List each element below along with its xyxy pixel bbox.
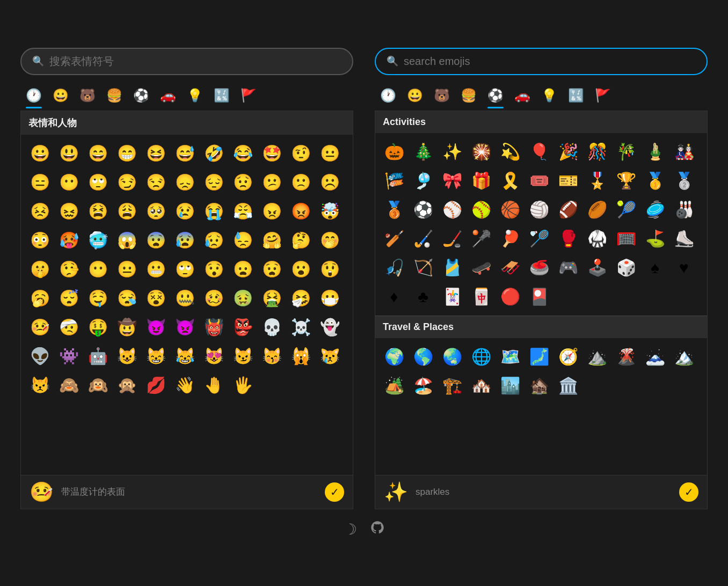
- emoji-cell[interactable]: 🤩: [257, 139, 286, 168]
- emoji-cell[interactable]: 😱: [112, 226, 141, 255]
- emoji-cell[interactable]: 😥: [199, 226, 228, 255]
- emoji-cell[interactable]: 🗾: [525, 342, 554, 371]
- emoji-cell[interactable]: 😮: [286, 255, 315, 284]
- emoji-cell[interactable]: 🥊: [554, 224, 583, 253]
- emoji-cell[interactable]: ⛳: [640, 224, 669, 253]
- emoji-cell[interactable]: 🏏: [380, 224, 409, 253]
- emoji-cell[interactable]: 🎣: [380, 253, 409, 282]
- emoji-cell[interactable]: 🥏: [640, 195, 669, 224]
- emoji-cell[interactable]: 😟: [228, 168, 257, 197]
- emoji-cell[interactable]: 😪: [112, 284, 141, 313]
- emoji-cell[interactable]: 🎄: [409, 137, 438, 166]
- emoji-cell[interactable]: 💫: [496, 137, 525, 166]
- emoji-cell[interactable]: 😐: [112, 255, 141, 284]
- emoji-cell[interactable]: 🤑: [83, 313, 112, 342]
- emoji-cell[interactable]: 😁: [112, 139, 141, 168]
- right-search-bar[interactable]: 🔍: [375, 48, 708, 75]
- left-cat-animals[interactable]: 🐻: [76, 86, 99, 105]
- emoji-cell[interactable]: 🌍: [380, 342, 409, 371]
- emoji-cell[interactable]: 😽: [257, 342, 286, 371]
- emoji-cell[interactable]: 🥌: [525, 253, 554, 282]
- left-search-input[interactable]: [49, 55, 341, 68]
- emoji-cell[interactable]: 👋: [170, 371, 199, 400]
- emoji-cell[interactable]: 🎀: [438, 166, 467, 195]
- emoji-cell[interactable]: ☹️: [315, 168, 344, 197]
- emoji-cell[interactable]: 🏒: [438, 224, 467, 253]
- emoji-cell[interactable]: 🎏: [380, 166, 409, 195]
- emoji-cell[interactable]: 🏔️: [669, 342, 698, 371]
- left-cat-symbols[interactable]: 🔣: [210, 86, 233, 105]
- emoji-cell[interactable]: 🏖️: [409, 371, 438, 400]
- emoji-cell[interactable]: 😴: [54, 284, 83, 313]
- emoji-cell[interactable]: 😀: [25, 139, 54, 168]
- emoji-cell[interactable]: ⚽: [409, 195, 438, 224]
- emoji-cell[interactable]: 🎁: [467, 166, 496, 195]
- emoji-cell[interactable]: 😾: [25, 371, 54, 400]
- emoji-cell[interactable]: 😠: [257, 197, 286, 226]
- emoji-cell[interactable]: ✨: [438, 137, 467, 166]
- right-search-input[interactable]: [404, 55, 696, 68]
- left-emoji-panel[interactable]: 表情和人物 😀 😃 😄 😁 😆 😅 🤣 😂 🤩 🤨 😐 😑 😶 🙄 😏: [20, 111, 353, 475]
- emoji-cell[interactable]: 🏈: [554, 195, 583, 224]
- emoji-cell[interactable]: 😰: [170, 226, 199, 255]
- emoji-cell[interactable]: 🤐: [170, 284, 199, 313]
- emoji-cell[interactable]: 😒: [141, 168, 170, 197]
- right-cat-flags[interactable]: 🚩: [592, 86, 614, 105]
- emoji-cell[interactable]: 🤧: [286, 284, 315, 313]
- emoji-cell[interactable]: ♠️: [640, 253, 669, 282]
- emoji-cell[interactable]: 🎎: [669, 137, 698, 166]
- emoji-cell[interactable]: 🎋: [611, 137, 640, 166]
- emoji-cell[interactable]: 😏: [112, 168, 141, 197]
- emoji-cell[interactable]: 🛹: [467, 253, 496, 282]
- emoji-cell[interactable]: 🎴: [525, 282, 554, 311]
- emoji-cell[interactable]: 😻: [199, 342, 228, 371]
- emoji-cell[interactable]: 🃏: [438, 282, 467, 311]
- emoji-cell[interactable]: 🀄: [467, 282, 496, 311]
- emoji-cell[interactable]: ♥️: [669, 253, 698, 282]
- right-cat-travel[interactable]: 🚗: [511, 86, 534, 105]
- emoji-cell[interactable]: 🎾: [611, 195, 640, 224]
- emoji-cell[interactable]: 😦: [228, 255, 257, 284]
- emoji-cell[interactable]: 🔴: [496, 282, 525, 311]
- emoji-cell[interactable]: 👺: [228, 313, 257, 342]
- emoji-cell[interactable]: 😬: [141, 255, 170, 284]
- emoji-cell[interactable]: 🙊: [112, 371, 141, 400]
- right-cat-objects[interactable]: 💡: [538, 86, 560, 105]
- emoji-cell[interactable]: 🌎: [409, 342, 438, 371]
- emoji-cell[interactable]: 😷: [315, 284, 344, 313]
- emoji-cell[interactable]: 🥵: [54, 226, 83, 255]
- emoji-cell[interactable]: 🎫: [554, 166, 583, 195]
- emoji-cell[interactable]: 😺: [112, 342, 141, 371]
- emoji-cell[interactable]: 🎉: [554, 137, 583, 166]
- emoji-cell[interactable]: 🙄: [170, 255, 199, 284]
- right-cat-activities[interactable]: ⚽: [484, 86, 507, 105]
- emoji-cell[interactable]: 🎲: [611, 253, 640, 282]
- emoji-cell[interactable]: 😅: [170, 139, 199, 168]
- right-cat-people[interactable]: 😀: [404, 86, 426, 105]
- emoji-cell[interactable]: 🌏: [438, 342, 467, 371]
- emoji-cell[interactable]: 🏑: [409, 224, 438, 253]
- emoji-cell[interactable]: 😨: [141, 226, 170, 255]
- emoji-cell[interactable]: 😶: [83, 255, 112, 284]
- emoji-cell[interactable]: 😫: [83, 197, 112, 226]
- left-cat-activities[interactable]: ⚽: [130, 86, 152, 105]
- emoji-cell[interactable]: 😳: [25, 226, 54, 255]
- emoji-cell[interactable]: 🎗️: [496, 166, 525, 195]
- emoji-cell[interactable]: 🤨: [286, 139, 315, 168]
- right-emoji-panel[interactable]: Activities 🎃 🎄 ✨ 🎇 💫 🎈 🎉 🎊 🎋 🎍 🎎 🎏 🎐 🎀 🎁…: [375, 111, 708, 475]
- emoji-cell[interactable]: 🥍: [467, 224, 496, 253]
- emoji-cell[interactable]: 🥉: [380, 195, 409, 224]
- emoji-cell[interactable]: 😂: [228, 139, 257, 168]
- emoji-cell[interactable]: 🎽: [438, 253, 467, 282]
- emoji-cell[interactable]: 👿: [170, 313, 199, 342]
- emoji-cell[interactable]: 🎈: [525, 137, 554, 166]
- emoji-cell[interactable]: 🕹️: [583, 253, 611, 282]
- emoji-cell[interactable]: 🎍: [640, 137, 669, 166]
- emoji-cell[interactable]: 🎳: [669, 195, 698, 224]
- emoji-cell[interactable]: 🛷: [496, 253, 525, 282]
- left-cat-objects[interactable]: 💡: [184, 86, 206, 105]
- emoji-cell[interactable]: 😞: [170, 168, 199, 197]
- emoji-cell[interactable]: 😓: [228, 226, 257, 255]
- emoji-cell[interactable]: 🌋: [611, 342, 640, 371]
- emoji-cell[interactable]: 🤣: [199, 139, 228, 168]
